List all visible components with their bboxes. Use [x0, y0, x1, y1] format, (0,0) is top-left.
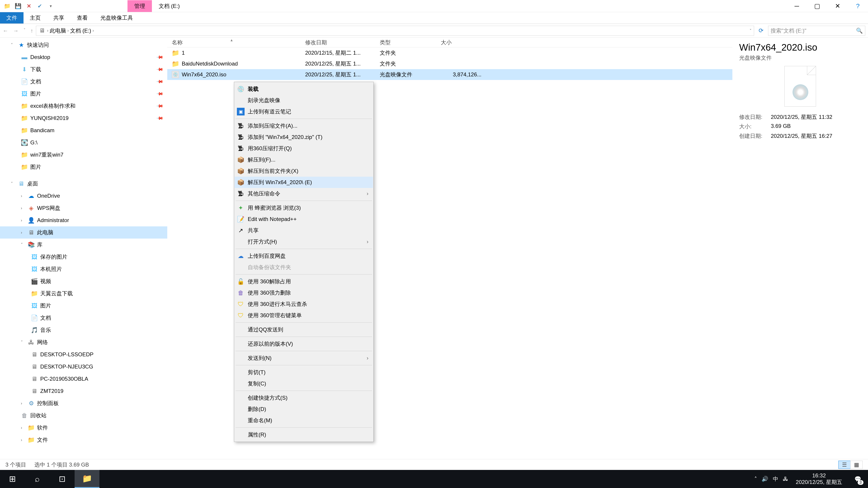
sidebar-pinned-desktop[interactable]: ▬Desktop📌 — [0, 51, 167, 63]
sidebar-quick-access[interactable]: ˅★快速访问 — [0, 39, 167, 51]
tab-iso-tools[interactable]: 光盘映像工具 — [94, 12, 139, 24]
minimize-button[interactable]: ─ — [786, 0, 807, 12]
sidebar-libraries[interactable]: ˅📚库 — [0, 238, 167, 251]
menu-rename[interactable]: 重命名(M) — [235, 415, 373, 426]
view-icons-button[interactable]: ▦ — [850, 461, 863, 469]
menu-360-scan[interactable]: 🛡使用 360进行木马云查杀 — [235, 298, 373, 310]
close-x-icon[interactable]: ✕ — [24, 2, 33, 11]
save-icon[interactable]: 💾 — [13, 2, 23, 11]
menu-360-delete[interactable]: 🗑使用 360强力删除 — [235, 287, 373, 298]
menu-delete[interactable]: 删除(D) — [235, 403, 373, 415]
help-button[interactable]: ? — [848, 0, 868, 12]
col-size[interactable]: 大小 — [436, 37, 486, 47]
search-button[interactable]: ⌕ — [25, 470, 50, 488]
menu-browser[interactable]: ✦用 蜂蜜浏览器 浏览(3) — [235, 202, 373, 214]
tray-overflow-icon[interactable]: ˄ — [754, 476, 757, 482]
ime-indicator[interactable]: 中 — [773, 475, 778, 483]
menu-open-360[interactable]: 🗜用360压缩打开(Q) — [235, 143, 373, 154]
sidebar-net-pc2[interactable]: 🖥DESKTOP-NJEU3CG — [0, 361, 167, 373]
menu-360-unlock[interactable]: 🔓使用 360解除占用 — [235, 276, 373, 287]
sidebar-recycle-bin[interactable]: 🗑回收站 — [0, 410, 167, 422]
task-view-button[interactable]: ⊡ — [50, 470, 74, 488]
sidebar-network[interactable]: ˅🖧网络 — [0, 336, 167, 348]
sidebar-administrator[interactable]: ›👤Administrator — [0, 214, 167, 226]
sidebar-software[interactable]: ›📁软件 — [0, 422, 167, 434]
sidebar-lib-documents[interactable]: 📄文档 — [0, 312, 167, 324]
menu-open-with[interactable]: 打开方式(H)› — [235, 236, 373, 248]
explorer-taskbar-button[interactable]: 📁 — [74, 470, 99, 488]
taskbar-clock[interactable]: 16:32 2020/12/25, 星期五 — [793, 473, 845, 486]
chevron-right-icon[interactable]: › — [67, 28, 69, 33]
file-row[interactable]: 📁1 2020/12/15, 星期二 1... 文件夹 — [167, 47, 733, 58]
sidebar-pinned-downloads[interactable]: ⬇下载📌 — [0, 63, 167, 75]
address-dropdown-icon[interactable]: ˅ — [749, 28, 752, 33]
tab-share[interactable]: 共享 — [47, 12, 70, 24]
network-icon[interactable]: 🖧 — [783, 476, 788, 482]
sidebar-recent-pictures[interactable]: 📁图片 — [0, 161, 167, 173]
menu-other-compress[interactable]: 🗜其他压缩命令› — [235, 188, 373, 199]
crumb-this-pc[interactable]: 此电脑 — [50, 27, 66, 34]
tab-file[interactable]: 文件 — [0, 12, 24, 24]
menu-360-menu[interactable]: 🛡使用 360管理右键菜单 — [235, 310, 373, 321]
menu-copy[interactable]: 复制(C) — [235, 378, 373, 389]
sidebar-pinned-documents[interactable]: 📄文档📌 — [0, 75, 167, 88]
chevron-right-icon[interactable]: › — [92, 28, 94, 33]
sidebar-lib-music[interactable]: 🎵音乐 — [0, 324, 167, 336]
menu-share[interactable]: ↗共享 — [235, 225, 373, 236]
qat-dropdown-icon[interactable]: ▾ — [46, 2, 55, 11]
tab-home[interactable]: 主页 — [24, 12, 47, 24]
sidebar-recent-bandicam[interactable]: 📁Bandicam — [0, 124, 167, 136]
menu-add-archive[interactable]: 🗜添加到压缩文件(A)... — [235, 120, 373, 131]
menu-qq-send[interactable]: 通过QQ发送到 — [235, 324, 373, 335]
sidebar-pinned-yunqishi[interactable]: 📁YUNQISHI2019📌 — [0, 112, 167, 124]
menu-extract-here[interactable]: 📦解压到当前文件夹(X) — [235, 165, 373, 177]
sidebar-lib-videos[interactable]: 🎬视频 — [0, 275, 167, 287]
close-button[interactable]: ✕ — [827, 0, 848, 12]
menu-restore[interactable]: 还原以前的版本(V) — [235, 338, 373, 350]
forward-button[interactable]: → — [13, 28, 19, 34]
menu-extract-named[interactable]: 📦解压到 Win7x64_2020\ (E) — [235, 177, 373, 188]
volume-icon[interactable]: 🔊 — [762, 476, 768, 482]
file-row[interactable]: 📁BaiduNetdiskDownload 2020/12/25, 星期五 1.… — [167, 58, 733, 69]
check-icon[interactable]: ✔ — [35, 2, 44, 11]
back-button[interactable]: ← — [3, 28, 8, 34]
maximize-button[interactable]: ▢ — [807, 0, 827, 12]
menu-notepad[interactable]: 📝Edit with Notepad++ — [235, 214, 373, 225]
sidebar-files[interactable]: ›📁文件 — [0, 434, 167, 446]
notification-center-button[interactable]: 💬3 — [850, 470, 866, 488]
search-input[interactable]: 搜索"文档 (E:)" 🔍 — [768, 26, 865, 36]
sidebar-recent-g[interactable]: 💽G:\ — [0, 136, 167, 149]
sidebar-this-pc[interactable]: ›🖥此电脑 — [0, 226, 167, 238]
menu-mount[interactable]: 💿装载 — [235, 84, 373, 95]
address-bar[interactable]: 🖥 › 此电脑 › 文档 (E:) › ˅ — [36, 26, 754, 36]
sidebar-lib-pictures[interactable]: 🖼图片 — [0, 300, 167, 312]
menu-baidu-upload[interactable]: ☁上传到百度网盘 — [235, 250, 373, 262]
sidebar-net-pc3[interactable]: 🖥PC-20190530OBLA — [0, 373, 167, 385]
sidebar-net-pc1[interactable]: 🖥DESKTOP-LSSOEDP — [0, 348, 167, 361]
sidebar-control-panel[interactable]: ›⚙控制面板 — [0, 397, 167, 410]
menu-properties[interactable]: 属性(R) — [235, 429, 373, 440]
sidebar-lib-camera[interactable]: 🖼本机照片 — [0, 263, 167, 275]
sidebar-desktop-group[interactable]: ˅🖥桌面 — [0, 177, 167, 190]
menu-cut[interactable]: 剪切(T) — [235, 367, 373, 378]
col-date[interactable]: 修改日期 — [301, 37, 375, 47]
file-row-selected[interactable]: 💿Win7x64_2020.iso 2020/12/25, 星期五 1... 光… — [167, 69, 733, 80]
manage-tab[interactable]: 管理 — [127, 0, 152, 12]
search-icon[interactable]: 🔍 — [856, 28, 863, 34]
chevron-right-icon[interactable]: › — [47, 28, 49, 33]
sidebar-recent-win7[interactable]: 📁win7重装win7 — [0, 149, 167, 161]
up-button[interactable]: ↑ — [31, 28, 33, 34]
col-type[interactable]: 类型 — [375, 37, 436, 47]
start-button[interactable]: ⊞ — [0, 470, 25, 488]
col-name[interactable]: 名称▴ — [167, 37, 301, 47]
crumb-drive[interactable]: 文档 (E:) — [70, 27, 91, 34]
sidebar-pinned-excel[interactable]: 📁excel表格制作求和📌 — [0, 100, 167, 112]
refresh-button[interactable]: ⟳ — [757, 27, 765, 34]
sidebar-lib-tianyi[interactable]: 📁天翼云盘下载 — [0, 287, 167, 300]
menu-burn[interactable]: 刻录光盘映像 — [235, 95, 373, 106]
history-dropdown[interactable]: ˅ — [24, 28, 26, 34]
sidebar-net-pc4[interactable]: 🖥ZMT2019 — [0, 385, 167, 397]
sidebar-onedrive[interactable]: ›☁OneDrive — [0, 190, 167, 202]
sidebar-lib-saved-pics[interactable]: 🖼保存的图片 — [0, 251, 167, 263]
tab-view[interactable]: 查看 — [70, 12, 94, 24]
